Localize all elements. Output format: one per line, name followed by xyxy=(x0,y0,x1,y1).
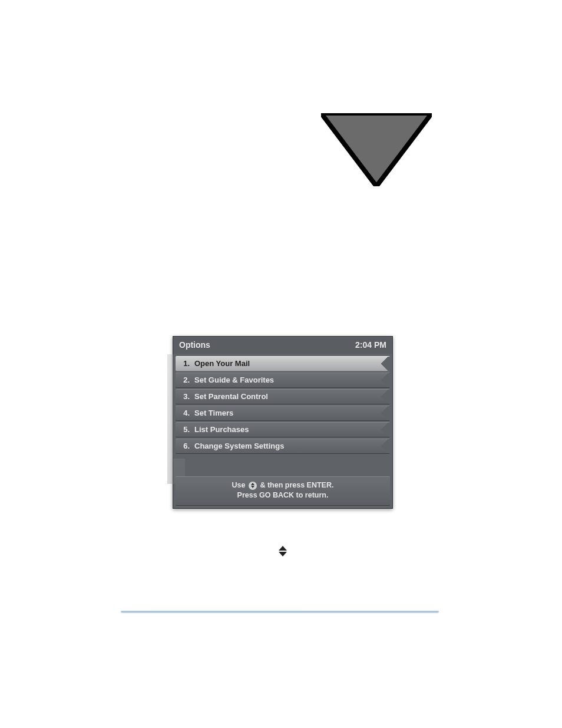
hint-line1-pre: Use xyxy=(232,481,247,489)
footer-divider xyxy=(121,610,439,612)
up-down-arrows-icon xyxy=(279,546,287,556)
options-menu-item-number: 6. xyxy=(181,440,190,452)
hint-line1-post: & then press ENTER. xyxy=(260,481,333,489)
options-menu-item-label: Change System Settings xyxy=(194,440,284,452)
options-menu-item[interactable]: 1.Open Your Mail xyxy=(176,356,390,371)
options-menu-item-label: Set Parental Control xyxy=(194,391,268,403)
options-menu-item-number: 1. xyxy=(181,358,190,370)
main-column: Options 2:04 PM 1.Open Your Mail2.Set Gu… xyxy=(118,236,448,557)
options-menu-item-number: 3. xyxy=(181,391,190,403)
options-menu-item-number: 5. xyxy=(181,424,190,436)
page: Options 2:04 PM 1.Open Your Mail2.Set Gu… xyxy=(0,0,562,728)
down-triangle-illustration xyxy=(321,113,432,186)
options-menu-item[interactable]: 6.Change System Settings xyxy=(176,439,390,454)
options-panel-time: 2:04 PM xyxy=(355,339,386,351)
options-menu-item-number: 4. xyxy=(181,407,190,419)
options-menu-item-label: Open Your Mail xyxy=(194,358,250,370)
options-menu: 1.Open Your Mail2.Set Guide & Favorites3… xyxy=(173,354,392,459)
options-menu-item-label: Set Timers xyxy=(194,407,233,419)
options-menu-item-number: 2. xyxy=(181,374,190,386)
options-panel: Options 2:04 PM 1.Open Your Mail2.Set Gu… xyxy=(173,336,393,509)
options-menu-item[interactable]: 5.List Purchases xyxy=(176,422,390,437)
options-menu-item[interactable]: 4.Set Timers xyxy=(176,406,390,421)
options-menu-item[interactable]: 3.Set Parental Control xyxy=(176,389,390,404)
options-panel-title: Options xyxy=(179,339,210,351)
options-panel-header: Options 2:04 PM xyxy=(173,337,392,354)
options-hint-line2: Press GO BACK to return. xyxy=(178,490,388,500)
up-down-icon xyxy=(249,482,257,490)
options-menu-item-label: List Purchases xyxy=(194,424,249,436)
options-hint-line1: Use & then press ENTER. xyxy=(178,480,388,490)
svg-marker-0 xyxy=(321,113,432,186)
body-updown-row xyxy=(118,544,448,558)
options-menu-item-label: Set Guide & Favorites xyxy=(194,374,274,386)
options-menu-item[interactable]: 2.Set Guide & Favorites xyxy=(176,373,390,388)
options-hint: Use & then press ENTER. Press GO BACK to… xyxy=(176,476,390,506)
